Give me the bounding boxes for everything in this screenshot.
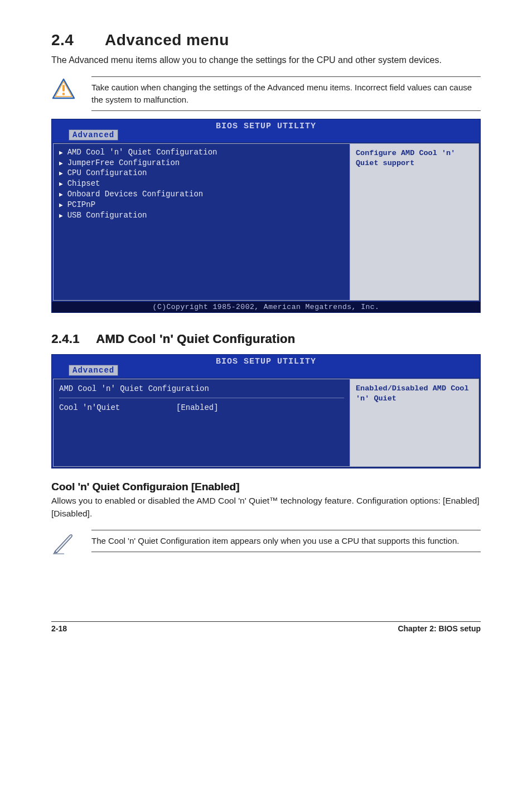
bios-menu-item: ▶AMD Cool 'n' Quiet Configuration	[59, 147, 344, 158]
page-footer: 2-18 Chapter 2: BIOS setup	[51, 621, 481, 643]
bios-title: BIOS SETUP UTILITY	[216, 122, 316, 131]
bios-menu-item: ▶JumperFree Configuration	[59, 158, 344, 168]
bios-copyright: (C)Copyright 1985-2002, American Megatre…	[52, 302, 480, 312]
bios-section-title: AMD Cool 'n' Quiet Configuration	[59, 383, 344, 398]
bios-menu-left: AMD Cool 'n' Quiet Configuration Cool 'n…	[53, 379, 350, 467]
warning-text: Take caution when changing the settings …	[91, 76, 481, 111]
intro-paragraph: The Advanced menu items allow you to cha…	[51, 54, 481, 66]
chapter-label: Chapter 2: BIOS setup	[398, 624, 481, 633]
bios-option-label: Cool 'n'Quiet	[59, 403, 176, 413]
bios-help-panel: Enabled/Disabled AMD Cool 'n' Quiet	[350, 379, 479, 467]
section-number: 2.4	[51, 31, 105, 49]
svg-rect-2	[62, 85, 65, 91]
submenu-arrow-icon: ▶	[59, 160, 63, 168]
bios-key-hints	[356, 455, 473, 463]
submenu-arrow-icon: ▶	[59, 201, 63, 210]
warning-callout: Take caution when changing the settings …	[51, 76, 481, 111]
bios-help-panel: Configure AMD Cool 'n' Quiet support	[350, 143, 479, 301]
bios-screenshot-cnq: BIOS SETUP UTILITY Advanced AMD Cool 'n'…	[51, 354, 481, 468]
submenu-arrow-icon: ▶	[59, 170, 63, 178]
bios-menu-item: ▶CPU Configuration	[59, 168, 344, 178]
subsection-number: 2.4.1	[51, 332, 96, 346]
svg-point-3	[62, 93, 65, 95]
section-heading: 2.4Advanced menu	[51, 31, 481, 49]
note-icon	[51, 530, 76, 554]
note-text: The Cool 'n' Quiet Configuration item ap…	[91, 530, 481, 552]
option-body: Allows you to enabled or disabled the AM…	[51, 494, 481, 520]
bios-menu-item: ▶Chipset	[59, 178, 344, 189]
bios-option-value: [Enabled]	[176, 403, 219, 413]
submenu-arrow-icon: ▶	[59, 180, 63, 189]
bios-menu-item: ▶USB Configuration	[59, 210, 344, 221]
bios-menu-left: ▶AMD Cool 'n' Quiet Configuration ▶Jumpe…	[53, 143, 350, 301]
bios-option-row: Cool 'n'Quiet [Enabled]	[59, 403, 344, 413]
bios-menu-item: ▶Onboard Devices Configuration	[59, 189, 344, 200]
subsection-title: AMD Cool 'n' Quiet Configuration	[96, 332, 295, 346]
bios-screenshot-advanced: BIOS SETUP UTILITY Advanced ▶AMD Cool 'n…	[51, 119, 481, 313]
bios-tab-advanced: Advanced	[69, 129, 118, 141]
submenu-arrow-icon: ▶	[59, 149, 63, 157]
submenu-arrow-icon: ▶	[59, 212, 63, 220]
bios-title: BIOS SETUP UTILITY	[216, 357, 316, 366]
page-number: 2-18	[51, 624, 67, 633]
bios-menu-item: ▶PCIPnP	[59, 200, 344, 210]
submenu-arrow-icon: ▶	[59, 191, 63, 199]
bios-tab-advanced: Advanced	[69, 365, 118, 376]
section-title: Advanced menu	[105, 31, 229, 49]
warning-icon	[51, 76, 76, 101]
note-callout: The Cool 'n' Quiet Configuration item ap…	[51, 530, 481, 554]
subsection-heading: 2.4.1AMD Cool 'n' Quiet Configuration	[51, 332, 481, 346]
option-heading: Cool 'n' Quiet Configuraion [Enabled]	[51, 481, 481, 493]
